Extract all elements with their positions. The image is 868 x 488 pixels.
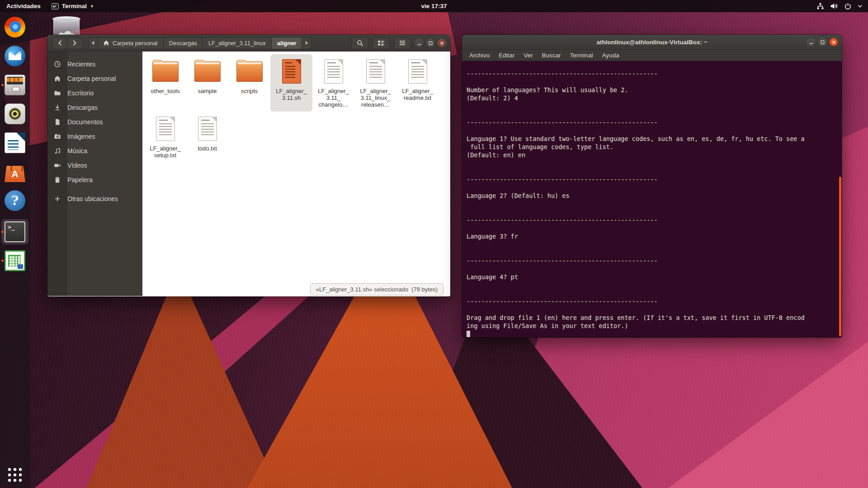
file-item-LF_aligner_3.11_linux_releasen…[interactable]: LF_aligner_3.11_linux_releasen… bbox=[354, 54, 396, 112]
file-item-other_tools[interactable]: other_tools bbox=[144, 54, 186, 112]
close-button[interactable] bbox=[438, 39, 446, 47]
file-item-LF_aligner_readme.txt[interactable]: LF_aligner_readme.txt bbox=[396, 54, 439, 112]
running-indicator-dot bbox=[1, 260, 4, 262]
terminal-menu-ayuda[interactable]: Ayuda bbox=[598, 52, 624, 59]
terminal-line: Language 4? pt bbox=[467, 273, 840, 282]
files-sidebar: RecientesCarpeta personalEscritorioDesca… bbox=[47, 52, 142, 296]
dock-item-show-apps[interactable] bbox=[0, 467, 30, 483]
menu-button[interactable] bbox=[394, 37, 411, 49]
breadcrumb: Carpeta personalDescargasLF_aligner_3.11… bbox=[88, 37, 311, 49]
clock[interactable]: vie 17:37 bbox=[416, 0, 451, 12]
file-item-LF_aligner_3.11_changelo…[interactable]: LF_aligner_3.11_changelo… bbox=[312, 54, 354, 112]
terminal-line bbox=[467, 265, 840, 273]
close-icon bbox=[440, 41, 444, 45]
text-file-icon bbox=[198, 115, 217, 143]
file-item-todo.txt[interactable]: todo.txt bbox=[186, 112, 228, 162]
text-file-icon bbox=[324, 57, 343, 85]
chevron-down-icon: ▼ bbox=[90, 4, 94, 9]
sidebar-item-label: Escritorio bbox=[67, 89, 94, 97]
terminal-line: (Default: 2) 4 bbox=[467, 94, 840, 103]
breadcrumb-2[interactable]: LF_aligner_3.11_linux bbox=[203, 37, 272, 49]
terminal-line bbox=[467, 62, 840, 70]
sidebar-item-otras-ubicaciones[interactable]: Otras ubicaciones bbox=[47, 192, 142, 206]
sidebar-item-label: Documentos bbox=[67, 118, 103, 126]
system-indicators[interactable] bbox=[811, 0, 868, 12]
file-label: LF_aligner_3.11_linux_releasen… bbox=[360, 88, 391, 108]
running-indicator-dot bbox=[1, 231, 4, 233]
back-button[interactable] bbox=[52, 37, 67, 49]
dock-item-firefox[interactable] bbox=[0, 17, 30, 38]
sidebar-item-imagenes[interactable]: Imágenes bbox=[47, 129, 142, 144]
sidebar-item-recientes[interactable]: Recientes bbox=[47, 57, 142, 71]
terminal-line bbox=[467, 168, 840, 176]
terminal-menu-editar[interactable]: Editar bbox=[494, 52, 519, 59]
breadcrumb-active-3[interactable]: aligner bbox=[272, 37, 302, 49]
file-item-LF_aligner_3.11.sh[interactable]: LF_aligner_3.11.sh bbox=[270, 54, 312, 112]
top-bar: Actividades Terminal ▼ vie 17:37 bbox=[0, 0, 868, 12]
terminal-titlebar[interactable]: athlonlinux@athlonlinux-VirtualBox: ~ bbox=[462, 35, 842, 50]
activities-button[interactable]: Actividades bbox=[0, 0, 47, 12]
file-item-scripts[interactable]: scripts bbox=[228, 54, 270, 112]
terminal-line: ----------------------------------------… bbox=[467, 257, 840, 265]
app-menu[interactable]: Terminal ▼ bbox=[47, 0, 99, 12]
folder-icon bbox=[236, 57, 263, 85]
sidebar-item-documentos[interactable]: Documentos bbox=[47, 115, 142, 129]
file-label: LF_aligner_3.11.sh bbox=[276, 88, 307, 101]
file-item-LF_aligner_setup.txt[interactable]: LF_aligner_setup.txt bbox=[144, 112, 186, 162]
terminal-menu-ver[interactable]: Ver bbox=[519, 52, 537, 59]
terminal-scrollbar[interactable] bbox=[839, 177, 841, 336]
terminal-line bbox=[467, 200, 840, 208]
breadcrumb-label: aligner bbox=[277, 40, 297, 47]
sidebar-item-label: Papelera bbox=[67, 176, 93, 183]
sidebar-item-escritorio[interactable]: Escritorio bbox=[47, 86, 142, 100]
search-button[interactable] bbox=[351, 37, 368, 49]
terminal-menu-buscar[interactable]: Buscar bbox=[538, 52, 566, 59]
sidebar-item-carpeta-personal[interactable]: Carpeta personal bbox=[47, 71, 142, 86]
file-label: sample bbox=[198, 88, 217, 94]
thunderbird-icon bbox=[5, 46, 25, 66]
dock-item-rhythmbox[interactable] bbox=[0, 103, 30, 124]
maximize-button[interactable] bbox=[426, 39, 434, 47]
forward-button[interactable] bbox=[67, 37, 83, 49]
sidebar-item-papelera[interactable]: Papelera bbox=[47, 173, 142, 187]
terminal-output[interactable]: ----------------------------------------… bbox=[462, 61, 842, 337]
terminal-line: Language 3? fr bbox=[467, 233, 840, 241]
sidebar-item-label: Carpeta personal bbox=[67, 75, 116, 82]
sidebar-item-videos[interactable]: Vídeos bbox=[47, 158, 142, 173]
firefox-icon bbox=[5, 17, 25, 38]
dock-item-help[interactable] bbox=[0, 190, 30, 211]
folder-icon bbox=[47, 89, 67, 97]
dock-item-thunderbird[interactable] bbox=[0, 46, 30, 66]
dock bbox=[0, 12, 30, 488]
text-file-icon bbox=[366, 57, 385, 85]
dock-item-files[interactable] bbox=[0, 75, 30, 95]
file-item-sample[interactable]: sample bbox=[186, 54, 228, 112]
breadcrumb-0[interactable]: Carpeta personal bbox=[98, 37, 164, 49]
sidebar-item-label: Vídeos bbox=[67, 162, 87, 169]
dock-item-writer[interactable] bbox=[0, 132, 30, 153]
doc-icon bbox=[47, 118, 67, 126]
file-label: todo.txt bbox=[198, 145, 217, 152]
dock-item-terminal-app[interactable] bbox=[0, 219, 30, 244]
terminal-menu-terminal[interactable]: Terminal bbox=[566, 52, 598, 59]
sidebar-item-descargas[interactable]: Descargas bbox=[47, 100, 142, 115]
breadcrumb-1[interactable]: Descargas bbox=[164, 37, 203, 49]
path-scroll-right-button[interactable] bbox=[302, 37, 311, 49]
dock-item-software[interactable] bbox=[0, 161, 30, 182]
terminal-menubar: ArchivoEditarVerBuscarTerminalAyuda bbox=[462, 50, 842, 61]
breadcrumb-label: Carpeta personal bbox=[113, 40, 158, 47]
files-content-area[interactable]: other_toolssamplescriptsLF_aligner_3.11.… bbox=[142, 52, 450, 296]
terminal-line: ----------------------------------------… bbox=[467, 119, 840, 127]
files-window-controls bbox=[415, 39, 446, 47]
path-scroll-left-button[interactable] bbox=[88, 37, 98, 49]
minimize-button[interactable] bbox=[415, 39, 423, 47]
view-toggle-button[interactable] bbox=[373, 37, 390, 49]
terminal-line: Language 2? (Default: hu) es bbox=[467, 192, 840, 200]
dock-item-calc[interactable] bbox=[0, 250, 30, 271]
breadcrumb-label: LF_aligner_3.11_linux bbox=[208, 40, 266, 47]
sidebar-item-musica[interactable]: Música bbox=[47, 144, 142, 158]
terminal-line: ----------------------------------------… bbox=[467, 216, 840, 225]
terminal-menu-archivo[interactable]: Archivo bbox=[465, 52, 494, 59]
terminal-line: ----------------------------------------… bbox=[467, 176, 840, 184]
topbar-left: Actividades Terminal ▼ bbox=[0, 0, 99, 12]
